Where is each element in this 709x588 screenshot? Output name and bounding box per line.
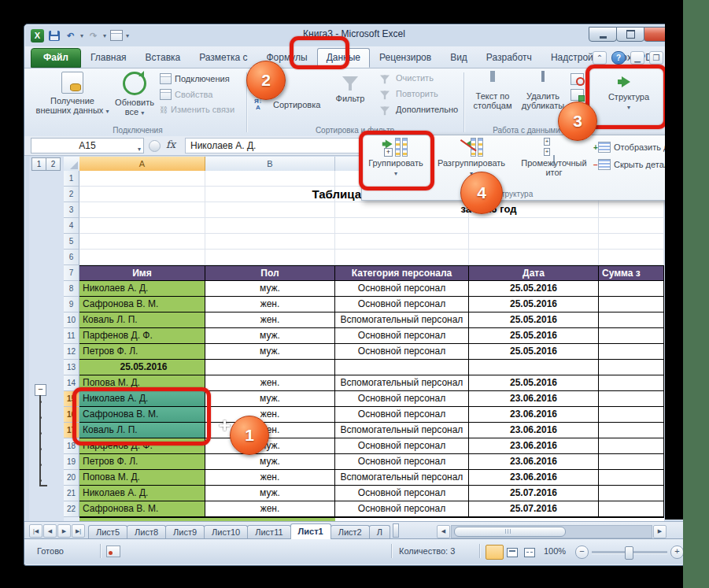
ribbon-tab-разработч[interactable]: Разработч (477, 48, 541, 68)
cell[interactable] (335, 250, 469, 265)
text-to-columns-button[interactable]: Текст по столбцам (468, 72, 517, 110)
zoom-in-icon[interactable]: + (670, 545, 684, 559)
row-header-11[interactable]: 11 (64, 328, 79, 344)
cell-category[interactable]: Основной персонал (335, 438, 469, 454)
page-layout-view-button[interactable] (503, 545, 521, 560)
sheet-tab-лист10[interactable]: Лист10 (204, 525, 248, 539)
cell-date[interactable]: 25.05.2016 (469, 312, 599, 328)
insert-function-icon[interactable]: fx (166, 139, 175, 150)
cell-sum[interactable] (599, 407, 664, 423)
workbook-restore-icon[interactable]: ❐ (649, 51, 663, 65)
cell[interactable] (205, 250, 335, 265)
ribbon-tab-файл[interactable]: Файл (31, 48, 81, 68)
workbook-minimize-icon[interactable]: ▁ (630, 51, 644, 65)
cell-gender[interactable]: муж. (205, 486, 335, 501)
redo-icon[interactable]: ↷ (87, 29, 100, 43)
sheet-tab-л[interactable]: Л (369, 525, 390, 539)
cell-gender[interactable]: жен. (205, 470, 335, 486)
scroll-right-icon[interactable]: ▶ (653, 525, 667, 538)
cell[interactable] (469, 250, 599, 265)
excel-logo-icon[interactable]: X (31, 29, 44, 43)
ribbon-tab-вид[interactable]: Вид (441, 48, 477, 68)
sheet-tab-лист8[interactable]: Лист8 (127, 525, 166, 539)
cell-category[interactable]: Основной персонал (335, 344, 469, 360)
cell[interactable] (599, 218, 664, 234)
cell-name[interactable]: Николаев А. Д. (79, 486, 205, 501)
cell-sum[interactable] (599, 486, 664, 501)
sheet-tab-лист2[interactable]: Лист2 (330, 525, 370, 539)
row-header-13[interactable]: 13 (64, 360, 79, 375)
scroll-left-icon[interactable]: ◀ (437, 525, 450, 538)
cell-gender[interactable] (205, 360, 335, 375)
table-header-cell[interactable]: Категория персонала (335, 265, 469, 281)
prev-sheet-icon[interactable]: ◀ (43, 524, 57, 538)
edit-links-button[interactable]: ⛓ Изменить связи (160, 105, 234, 114)
name-box[interactable]: A15 ▾ (31, 138, 144, 153)
cell-date[interactable]: 25.05.2016 (469, 281, 599, 297)
cell-sum[interactable] (599, 423, 664, 438)
cell-category[interactable]: Основной персонал (335, 281, 469, 297)
table-header-cell[interactable]: Сумма з (599, 265, 664, 281)
minimize-button[interactable] (589, 27, 617, 42)
cell-date[interactable]: 23.06.2016 (469, 438, 599, 454)
cell-sum[interactable] (599, 391, 664, 407)
cell-date[interactable]: 23.06.2016 (469, 423, 599, 438)
cell[interactable] (335, 218, 469, 234)
qat-menu-icon[interactable]: ▾ (126, 32, 129, 39)
cell-name[interactable]: Коваль Л. П. (79, 312, 205, 328)
select-all-corner[interactable] (64, 157, 80, 172)
cell-date[interactable]: 23.06.2016 (469, 407, 599, 423)
row-header-2[interactable]: 2 (64, 187, 79, 202)
cell-sum[interactable] (599, 297, 664, 312)
clear-filter-button[interactable]: Очистить (377, 73, 434, 83)
sheet-tab-лист1[interactable]: Лист1 (290, 523, 331, 539)
first-sheet-icon[interactable]: |◀ (29, 524, 42, 538)
formula-options-icon[interactable] (149, 140, 161, 152)
cell-sum[interactable] (599, 501, 664, 517)
last-sheet-icon[interactable]: ▶| (72, 524, 85, 538)
cell-date[interactable]: 25.07.2016 (469, 486, 599, 501)
row-header-3[interactable]: 3 (64, 202, 79, 218)
undo-dropdown-icon[interactable]: ▾ (80, 32, 83, 39)
row-header-8[interactable]: 8 (64, 281, 79, 297)
cell-date[interactable]: 23.06.2016 (469, 454, 599, 470)
cell[interactable] (79, 187, 205, 202)
row-header-5[interactable]: 5 (64, 234, 79, 250)
refresh-all-button[interactable]: Обновить все ▾ (113, 72, 157, 118)
cell-name[interactable]: Николаев А. Д. (79, 281, 205, 297)
consolidate-icon[interactable] (571, 89, 584, 101)
sort-button[interactable]: Сортировка (273, 100, 320, 109)
cell-gender[interactable]: жен. (205, 297, 335, 312)
cell[interactable] (205, 171, 335, 187)
cell-category[interactable]: Вспомогательный персонал (335, 375, 469, 391)
row-header-12[interactable]: 12 (64, 344, 79, 360)
row-header-4[interactable]: 4 (64, 218, 79, 234)
macro-record-icon[interactable] (106, 545, 120, 557)
cell-gender[interactable]: муж. (205, 391, 335, 407)
tab-splitter-handle[interactable] (393, 523, 399, 538)
table-header-cell[interactable]: Имя (79, 265, 205, 281)
cell-date[interactable]: 25.05.2016 (469, 375, 599, 391)
collapse-group-button[interactable]: − (35, 384, 46, 396)
sheet-tab-лист9[interactable]: Лист9 (165, 525, 205, 539)
cell-gender[interactable]: муж. (205, 328, 335, 344)
advanced-filter-button[interactable]: Дополнительно (377, 105, 458, 114)
cell-sum[interactable] (599, 360, 664, 375)
cell-gender[interactable]: жен. (205, 312, 335, 328)
sheet-tab-лист11[interactable]: Лист11 (247, 525, 290, 539)
cell[interactable] (599, 250, 664, 265)
cell[interactable] (335, 234, 469, 250)
cell[interactable] (599, 202, 664, 218)
cell[interactable] (205, 234, 335, 250)
row-header-1[interactable]: 1 (64, 171, 79, 187)
cell-sum[interactable] (599, 281, 664, 297)
ribbon-tab-главная[interactable]: Главная (81, 48, 136, 68)
cell-category[interactable]: Вспомогательный персонал (335, 312, 469, 328)
cell-gender[interactable]: муж. (205, 438, 335, 454)
cell-name[interactable]: Петров Ф. Л. (79, 344, 205, 360)
page-break-view-button[interactable] (520, 545, 538, 560)
cell-category[interactable]: Основной персонал (335, 297, 469, 312)
cell-name[interactable]: Петров Ф. Л. (79, 454, 205, 470)
cell-date[interactable]: 25.07.2016 (469, 501, 599, 517)
table-header-cell[interactable]: Дата (469, 265, 599, 281)
